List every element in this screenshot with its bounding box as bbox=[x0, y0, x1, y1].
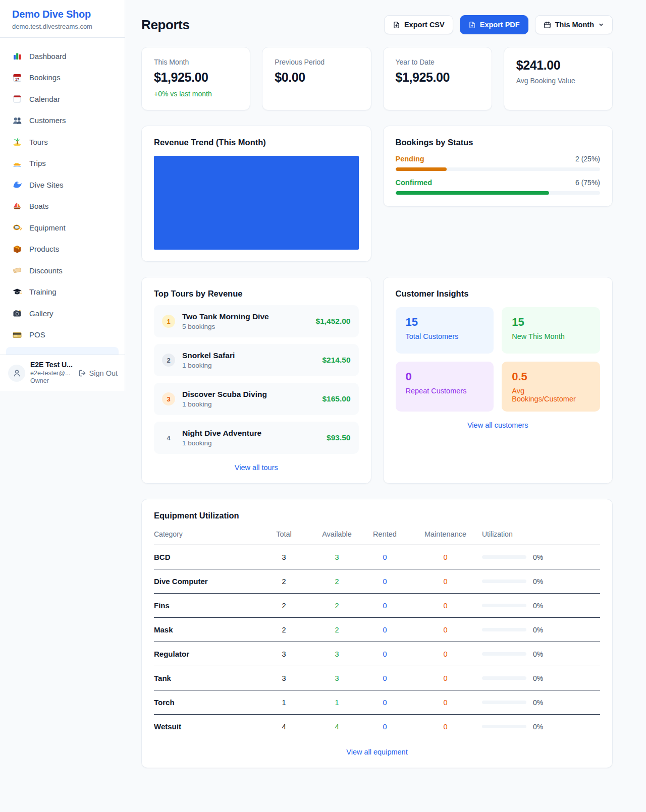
tile-total-customers: 15 Total Customers bbox=[396, 307, 494, 354]
status-row-confirmed: Confirmed 6 (75%) bbox=[396, 179, 601, 195]
tear-off-calendar-icon bbox=[12, 94, 22, 104]
calendar-date-icon: 17 bbox=[12, 73, 22, 83]
utilization-bar bbox=[482, 701, 526, 704]
status-count: 2 (25%) bbox=[575, 155, 600, 163]
sidebar-item-pos[interactable]: POS bbox=[6, 324, 119, 346]
app-root: { "colors": { "accent": "#2563eb", "gree… bbox=[0, 0, 646, 812]
revenue-trend-card: Revenue Trend (This Month) bbox=[141, 126, 371, 262]
stat-card-this-month: This Month $1,925.00 +0% vs last month bbox=[141, 47, 250, 110]
tour-row: 1 Two Tank Morning Dive 5 bookings $1,45… bbox=[154, 305, 359, 337]
sidebar-item-dashboard[interactable]: Dashboard bbox=[6, 45, 119, 67]
customer-insights-card: Customer Insights 15 Total Customers 15 … bbox=[383, 277, 613, 484]
table-row: Dive Computer 2 2 0 0 0% bbox=[154, 569, 600, 594]
sidebar-nav: Dashboard 17 Bookings Calendar Customers bbox=[0, 38, 125, 365]
sign-out-button[interactable]: Sign Out bbox=[78, 369, 118, 377]
stat-delta: +0% vs last month bbox=[154, 90, 238, 98]
export-pdf-button[interactable]: Export PDF bbox=[460, 15, 528, 34]
status-row-pending: Pending 2 (25%) bbox=[396, 155, 601, 171]
logout-icon bbox=[78, 369, 86, 377]
customer-insights-title: Customer Insights bbox=[396, 289, 601, 299]
table-row: Wetsuit 4 4 0 0 0% bbox=[154, 715, 600, 738]
tour-revenue: $1,452.00 bbox=[316, 317, 351, 326]
tag-icon bbox=[12, 265, 22, 275]
tour-bookings: 1 booking bbox=[182, 439, 261, 447]
utilization-bar bbox=[482, 676, 526, 680]
view-all-tours-link[interactable]: View all tours bbox=[154, 463, 359, 472]
tile-repeat-customers: 0 Repeat Customers bbox=[396, 362, 494, 412]
file-download-icon bbox=[468, 21, 476, 29]
sidebar-item-gallery[interactable]: Gallery bbox=[6, 303, 119, 324]
bookings-by-status-title: Bookings by Status bbox=[396, 138, 601, 147]
rank-badge: 4 bbox=[162, 431, 175, 444]
tile-new-this-month: 15 New This Month bbox=[502, 307, 600, 354]
avatar bbox=[8, 365, 25, 382]
header-actions: Export CSV Export PDF This Month bbox=[384, 15, 613, 34]
tour-name: Discover Scuba Diving bbox=[182, 390, 267, 399]
user-name: E2E Test U... bbox=[30, 361, 73, 370]
equipment-utilization-title: Equipment Utilization bbox=[154, 511, 600, 520]
sailboat-icon bbox=[12, 201, 22, 211]
svg-text:17: 17 bbox=[15, 77, 19, 81]
progress-track bbox=[396, 167, 601, 171]
file-download-icon bbox=[393, 21, 400, 29]
sidebar-item-customers[interactable]: Customers bbox=[6, 110, 119, 132]
tour-name: Night Dive Adventure bbox=[182, 429, 261, 438]
rank-badge: 3 bbox=[162, 392, 175, 405]
sidebar-item-trips[interactable]: Trips bbox=[6, 153, 119, 175]
period-dropdown[interactable]: This Month bbox=[535, 15, 613, 34]
page-header: Reports Export CSV Export PDF This Month bbox=[141, 15, 613, 34]
progress-track bbox=[396, 191, 601, 195]
tour-name: Snorkel Safari bbox=[182, 351, 235, 360]
main-content: Reports Export CSV Export PDF This Month bbox=[125, 0, 646, 788]
tour-row: 3 Discover Scuba Diving 1 booking $165.0… bbox=[154, 383, 359, 415]
sidebar-item-dive-sites[interactable]: Dive Sites bbox=[6, 174, 119, 196]
status-label: Pending bbox=[396, 155, 424, 163]
sidebar-header: Demo Dive Shop demo.test.divestreams.com bbox=[0, 0, 125, 38]
credit-card-icon bbox=[12, 330, 22, 340]
calendar-icon bbox=[544, 21, 551, 29]
equipment-utilization-card: Equipment Utilization Category Total Ava… bbox=[141, 499, 613, 768]
top-tours-card: Top Tours by Revenue 1 Two Tank Morning … bbox=[141, 277, 371, 484]
table-row: Tank 3 3 0 0 0% bbox=[154, 666, 600, 690]
chevron-down-icon bbox=[598, 22, 604, 28]
export-csv-button[interactable]: Export CSV bbox=[384, 15, 453, 34]
utilization-bar bbox=[482, 628, 526, 631]
sidebar-item-tours[interactable]: Tours bbox=[6, 131, 119, 153]
sidebar-item-training[interactable]: Training bbox=[6, 281, 119, 303]
tour-bookings: 5 bookings bbox=[182, 323, 269, 330]
view-all-equipment-link[interactable]: View all equipment bbox=[154, 748, 600, 756]
view-all-customers-link[interactable]: View all customers bbox=[396, 421, 601, 429]
tour-name: Two Tank Morning Dive bbox=[182, 312, 269, 321]
tour-revenue: $165.00 bbox=[322, 394, 350, 403]
table-row: Fins 2 2 0 0 0% bbox=[154, 594, 600, 618]
utilization-bar bbox=[482, 652, 526, 656]
rank-badge: 2 bbox=[162, 354, 175, 367]
tour-bookings: 1 booking bbox=[182, 362, 235, 369]
sidebar-item-discounts[interactable]: Discounts bbox=[6, 260, 119, 281]
page-title: Reports bbox=[141, 17, 189, 33]
user-email: e2e-tester@... bbox=[30, 370, 73, 378]
stat-card-previous-period: Previous Period $0.00 bbox=[262, 47, 371, 110]
insights-row: Top Tours by Revenue 1 Two Tank Morning … bbox=[141, 277, 613, 484]
tour-revenue: $93.50 bbox=[327, 433, 350, 442]
table-header: Category Total Available Rented Maintena… bbox=[154, 530, 600, 545]
sidebar-item-bookings[interactable]: 17 Bookings bbox=[6, 67, 119, 89]
bar-chart-icon bbox=[12, 51, 22, 61]
rank-badge: 1 bbox=[162, 315, 175, 328]
stat-card-avg-booking-value: $241.00 Avg Booking Value bbox=[504, 47, 613, 110]
user-info: E2E Test U... e2e-tester@... Owner bbox=[30, 361, 73, 385]
sidebar-item-calendar[interactable]: Calendar bbox=[6, 88, 119, 110]
tour-bookings: 1 booking bbox=[182, 400, 267, 408]
charts-row: Revenue Trend (This Month) Bookings by S… bbox=[141, 126, 613, 262]
sidebar-item-equipment[interactable]: Equipment bbox=[6, 217, 119, 239]
tile-avg-bookings-customer: 0.5 Avg Bookings/Customer bbox=[502, 362, 600, 412]
stat-card-year-to-date: Year to Date $1,925.00 bbox=[383, 47, 492, 110]
insight-tiles: 15 Total Customers 15 New This Month 0 R… bbox=[396, 307, 601, 412]
sidebar-item-boats[interactable]: Boats bbox=[6, 196, 119, 217]
utilization-bar bbox=[482, 579, 526, 583]
revenue-trend-chart bbox=[154, 156, 359, 250]
sidebar-item-products[interactable]: Products bbox=[6, 239, 119, 260]
sidebar: Demo Dive Shop demo.test.divestreams.com… bbox=[0, 0, 125, 391]
palm-island-icon bbox=[12, 137, 22, 147]
people-icon bbox=[12, 115, 22, 126]
